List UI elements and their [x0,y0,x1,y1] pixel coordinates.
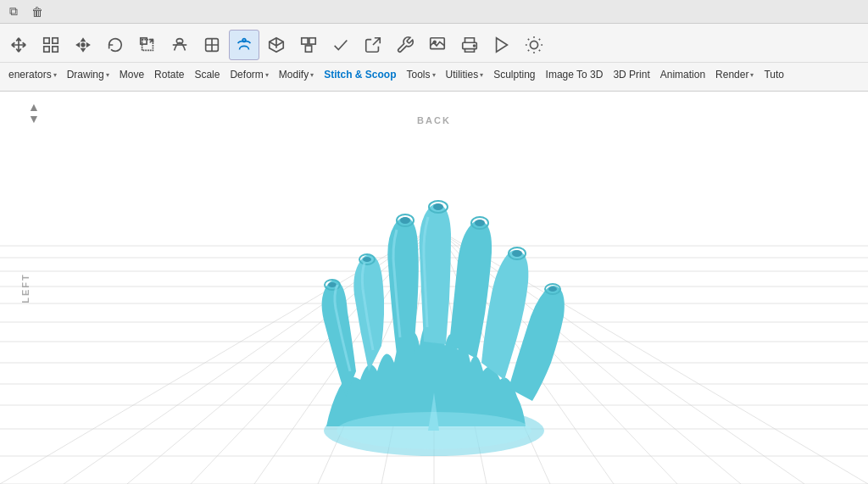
scale-tool-icon[interactable] [132,30,163,60]
svg-point-7 [176,38,182,43]
translate-tool-icon[interactable] [68,30,98,60]
move-tool-icon[interactable] [3,30,34,60]
toolbar-menu: enerators ▾ Drawing ▾ Move Rotate Scale … [0,63,868,86]
svg-point-14 [433,41,436,43]
title-bar: ⧉ 🗑 [0,0,868,24]
menu-drawing[interactable]: Drawing ▾ [62,63,114,86]
svg-rect-11 [309,37,315,43]
rotate-tool-icon[interactable] [100,30,131,60]
menu-tools[interactable]: Tools ▾ [401,63,440,86]
menu-image-to-3d[interactable]: Image To 3D [541,63,609,86]
svg-point-56 [433,203,443,210]
copy-icon[interactable]: ⧉ [7,5,20,19]
svg-point-9 [242,38,246,42]
menu-stitch-scoop[interactable]: Stitch & Scoop [319,63,401,86]
viewport[interactable]: BACK LEFT ▲ ▼ [0,92,868,484]
svg-point-62 [548,287,557,292]
stitch-scoop-tool-icon[interactable] [229,30,259,60]
svg-rect-0 [44,37,49,42]
svg-rect-10 [302,37,308,43]
toolbar: enerators ▾ Drawing ▾ Move Rotate Scale … [0,24,868,92]
deform-tool-icon[interactable] [164,30,195,60]
menu-rotate[interactable]: Rotate [149,63,189,86]
svg-point-18 [530,41,537,48]
menu-move[interactable]: Move [114,63,149,86]
cube-tool-icon[interactable] [261,30,292,60]
svg-point-4 [81,43,85,47]
svg-point-63 [337,412,531,449]
3d-print-icon[interactable] [454,30,485,60]
svg-rect-3 [53,46,58,51]
check-tool-icon[interactable] [326,30,356,60]
svg-point-54 [400,217,410,224]
menu-generators[interactable]: enerators ▾ [3,63,62,86]
render-icon[interactable] [519,30,549,60]
svg-point-50 [328,282,337,287]
menu-render[interactable]: Render ▾ [710,63,759,86]
nav-up-arrow[interactable]: ▲ [28,101,40,113]
nav-cube[interactable]: ▲ ▼ [21,100,47,125]
svg-rect-12 [305,45,311,51]
layers-tool-icon[interactable] [36,30,66,60]
export-tool-icon[interactable] [358,30,388,60]
svg-point-16 [474,45,476,47]
menu-deform[interactable]: Deform ▾ [225,63,273,86]
menu-modify[interactable]: Modify ▾ [274,63,319,86]
menu-utilities[interactable]: Utilities ▾ [441,63,489,86]
modify-tool-icon[interactable] [197,30,227,60]
svg-marker-17 [497,37,508,52]
svg-rect-1 [44,46,49,51]
menu-sculpting[interactable]: Sculpting [488,63,540,86]
grid-canvas [0,92,868,484]
svg-point-58 [475,220,485,226]
toolbar-icons-row [0,24,868,63]
image-to-3d-icon[interactable] [422,30,453,60]
menu-tutorial[interactable]: Tuto [759,63,789,86]
group-tool-icon[interactable] [293,30,324,60]
menu-animation[interactable]: Animation [655,63,710,86]
trash-icon[interactable]: 🗑 [31,5,44,19]
svg-point-52 [363,257,371,262]
tools-icon-btn[interactable] [390,30,420,60]
axis-label-left: LEFT [20,273,31,303]
nav-down-arrow[interactable]: ▼ [28,113,40,125]
animation-icon[interactable] [487,30,517,60]
svg-point-60 [512,250,522,257]
svg-rect-2 [53,37,58,42]
menu-3d-print[interactable]: 3D Print [608,63,654,86]
menu-scale[interactable]: Scale [189,63,225,86]
axis-label-back: BACK [417,115,451,125]
